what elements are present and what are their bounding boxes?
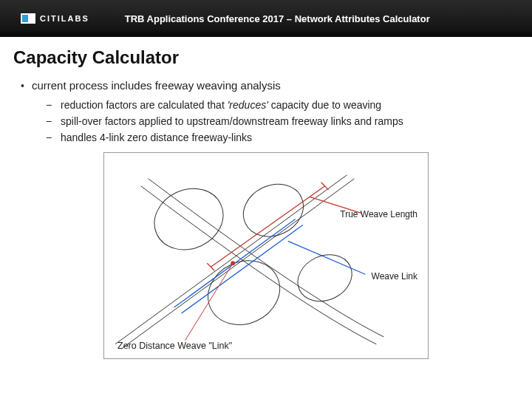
svg-line-1 [123,179,355,348]
brand-name: CITILABS [40,14,89,23]
sub-pre: spill-over factors applied to upstream/d… [61,115,403,127]
label-true-weave: True Weave Length [340,209,417,219]
brand-logo: CITILABS [21,13,89,24]
svg-line-8 [288,241,366,274]
svg-line-14 [185,263,233,341]
sub-bullet-group: − reduction factors are calculated that … [46,98,511,145]
svg-point-4 [197,249,290,336]
sub-bullet: − handles 4-link zero distance freeway-l… [46,130,511,145]
sub-bullet-text: reduction factors are calculated that 'r… [61,98,381,112]
bullet-text: current process includes freeway weaving… [32,78,281,93]
sub-em: 'reduces' [228,99,268,111]
diagram-container: True Weave Length Weave Link Zero Distan… [21,152,511,359]
logo-icon [21,13,35,24]
svg-line-9 [211,186,324,267]
label-zero-distance: Zero Distance Weave "Link" [117,341,232,351]
svg-point-2 [144,177,233,261]
svg-line-11 [321,183,329,190]
bullet-dot-icon: • [21,78,24,93]
slide-title: Capacity Calculator [13,47,519,68]
dash-icon: − [46,98,53,112]
dash-icon: − [46,114,53,129]
label-weave-link: Weave Link [372,271,417,282]
sub-bullet-text: spill-over factors applied to upstream/d… [61,114,403,129]
diagram-svg [104,153,428,359]
svg-line-10 [207,263,214,270]
sub-pre: handles 4-link zero distance freeway-lin… [61,132,252,143]
sub-bullet: − spill-over factors applied to upstream… [46,114,511,129]
conference-title: TRB Applications Conference 2017 – Netwo… [125,13,430,24]
weave-diagram: True Weave Length Weave Link Zero Distan… [103,152,429,359]
svg-point-5 [290,246,360,310]
sub-bullet: − reduction factors are calculated that … [46,98,511,112]
sub-pre: reduction factors are calculated that [61,99,228,111]
bullet-level1: • current process includes freeway weavi… [21,78,511,93]
slide-header: CITILABS TRB Applications Conference 201… [0,0,532,37]
slide-content: • current process includes freeway weavi… [0,72,532,359]
sub-bullet-text: handles 4-link zero distance freeway-lin… [61,130,252,145]
dash-icon: − [46,130,53,145]
svg-line-7 [182,225,303,313]
svg-point-13 [231,261,235,265]
sub-post: capacity due to weaving [268,99,381,111]
title-row: Capacity Calculator [0,37,532,72]
